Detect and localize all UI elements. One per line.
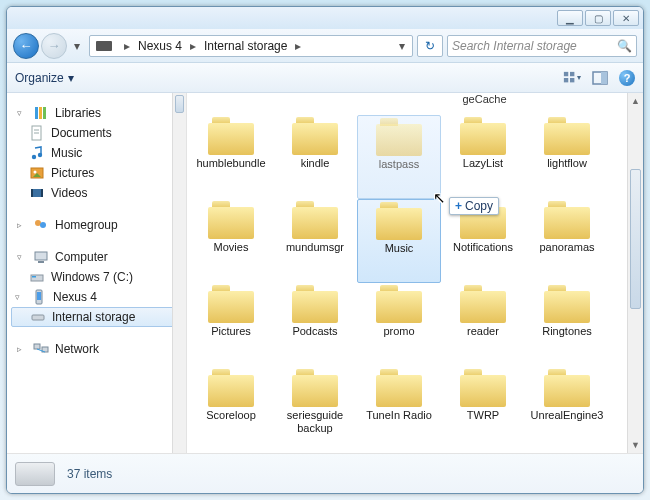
folder-item[interactable]: UnrealEngine3 bbox=[525, 367, 609, 451]
scrollbar-thumb[interactable] bbox=[175, 95, 184, 113]
chevron-right-icon: ▸ bbox=[120, 39, 134, 53]
sidebar-item-drive-c[interactable]: Windows 7 (C:) bbox=[7, 267, 186, 287]
folder-label: lightflow bbox=[547, 157, 587, 170]
folder-icon bbox=[208, 117, 254, 155]
titlebar: ▁ ▢ ✕ bbox=[7, 7, 643, 29]
folder-grid[interactable]: humblebundlekindlelastpassLazyListlightf… bbox=[187, 111, 627, 453]
sidebar-item-nexus4[interactable]: ▿ Nexus 4 bbox=[7, 287, 186, 307]
view-options-button[interactable]: ▾ bbox=[563, 69, 581, 87]
preview-pane-button[interactable] bbox=[591, 69, 609, 87]
svg-point-12 bbox=[32, 155, 36, 159]
folder-label: Pictures bbox=[211, 325, 251, 338]
folder-item[interactable]: lightflow bbox=[525, 115, 609, 199]
svg-rect-1 bbox=[570, 71, 574, 75]
svg-rect-24 bbox=[32, 276, 36, 278]
network-icon bbox=[33, 341, 49, 357]
sidebar-item-internal-storage[interactable]: Internal storage bbox=[11, 307, 182, 327]
chevron-down-icon: ▿ bbox=[17, 252, 27, 262]
history-dropdown[interactable]: ▾ bbox=[69, 39, 85, 53]
organize-menu[interactable]: Organize ▾ bbox=[15, 71, 74, 85]
sidebar-item-music[interactable]: Music bbox=[7, 143, 186, 163]
folder-item[interactable]: Music bbox=[357, 199, 441, 283]
document-icon bbox=[29, 125, 45, 141]
folder-item[interactable]: humblebundle bbox=[189, 115, 273, 199]
breadcrumb-dropdown[interactable]: ▾ bbox=[394, 39, 410, 53]
folder-icon bbox=[376, 118, 422, 156]
back-button[interactable]: ← bbox=[13, 33, 39, 59]
folder-item[interactable]: Ringtones bbox=[525, 283, 609, 367]
folder-label: LazyList bbox=[463, 157, 503, 170]
scroll-down-button[interactable]: ▼ bbox=[628, 437, 643, 453]
svg-rect-22 bbox=[38, 261, 44, 263]
svg-rect-28 bbox=[34, 344, 40, 349]
folder-label: mundumsgr bbox=[286, 241, 344, 254]
sidebar-item-documents[interactable]: Documents bbox=[7, 123, 186, 143]
organize-label: Organize bbox=[15, 71, 64, 85]
folder-item[interactable]: TuneIn Radio bbox=[357, 367, 441, 451]
navigation-bar: ← → ▾ ▸ Nexus 4 ▸ Internal storage ▸ ▾ ↻… bbox=[7, 29, 643, 63]
drag-tooltip: + Copy bbox=[449, 197, 499, 215]
folder-item[interactable]: Podcasts bbox=[273, 283, 357, 367]
close-button[interactable]: ✕ bbox=[613, 10, 639, 26]
svg-rect-2 bbox=[564, 78, 568, 82]
status-text: 37 items bbox=[67, 467, 112, 481]
folder-icon bbox=[292, 285, 338, 323]
folder-icon bbox=[460, 369, 506, 407]
folder-item[interactable]: lastpass bbox=[357, 115, 441, 199]
folder-label: reader bbox=[467, 325, 499, 338]
chevron-down-icon: ▿ bbox=[15, 292, 25, 302]
folder-item[interactable]: kindle bbox=[273, 115, 357, 199]
forward-button[interactable]: → bbox=[41, 33, 67, 59]
folder-icon bbox=[376, 285, 422, 323]
scroll-up-button[interactable]: ▲ bbox=[628, 93, 643, 109]
folder-item[interactable]: Pictures bbox=[189, 283, 273, 367]
folder-item[interactable]: Scoreloop bbox=[189, 367, 273, 451]
folder-label: Notifications bbox=[453, 241, 513, 254]
folder-icon bbox=[208, 201, 254, 239]
folder-icon bbox=[292, 369, 338, 407]
svg-rect-17 bbox=[31, 189, 33, 197]
folder-icon bbox=[292, 201, 338, 239]
maximize-button[interactable]: ▢ bbox=[585, 10, 611, 26]
sidebar-item-pictures[interactable]: Pictures bbox=[7, 163, 186, 183]
sidebar-item-network[interactable]: ▹ Network bbox=[7, 339, 186, 359]
sidebar-item-label: Nexus 4 bbox=[53, 290, 97, 304]
sidebar-item-libraries[interactable]: ▿ Libraries bbox=[7, 103, 186, 123]
plus-icon: + bbox=[455, 199, 462, 213]
refresh-button[interactable]: ↻ bbox=[417, 35, 443, 57]
sidebar-item-label: Music bbox=[51, 146, 82, 160]
sidebar-scrollbar[interactable] bbox=[172, 93, 186, 453]
folder-item[interactable]: panoramas bbox=[525, 199, 609, 283]
toolbar: Organize ▾ ▾ ? bbox=[7, 63, 643, 93]
drive-icon bbox=[29, 269, 45, 285]
pictures-icon bbox=[29, 165, 45, 181]
sidebar-item-homegroup[interactable]: ▹ Homegroup bbox=[7, 215, 186, 235]
scrollbar-thumb[interactable] bbox=[630, 169, 641, 309]
breadcrumb[interactable]: ▸ Nexus 4 ▸ Internal storage ▸ ▾ bbox=[89, 35, 413, 57]
folder-item[interactable]: TWRP bbox=[441, 367, 525, 451]
folder-item[interactable]: promo bbox=[357, 283, 441, 367]
folder-item[interactable]: Movies bbox=[189, 199, 273, 283]
sidebar-item-computer[interactable]: ▿ Computer bbox=[7, 247, 186, 267]
svg-rect-18 bbox=[41, 189, 43, 197]
folder-item[interactable]: seriesguide backup bbox=[273, 367, 357, 451]
folder-label: kindle bbox=[301, 157, 330, 170]
svg-rect-0 bbox=[564, 71, 568, 75]
folder-label: geCache bbox=[462, 93, 506, 113]
help-button[interactable]: ? bbox=[619, 70, 635, 86]
breadcrumb-segment[interactable]: Internal storage bbox=[200, 36, 291, 56]
sidebar-item-label: Internal storage bbox=[52, 310, 135, 324]
folder-item[interactable]: reader bbox=[441, 283, 525, 367]
sidebar-item-label: Documents bbox=[51, 126, 112, 140]
sidebar-item-videos[interactable]: Videos bbox=[7, 183, 186, 203]
scrollbar-track[interactable] bbox=[628, 109, 643, 437]
folder-item[interactable]: mundumsgr bbox=[273, 199, 357, 283]
folder-item[interactable]: LazyList bbox=[441, 115, 525, 199]
breadcrumb-segment[interactable]: Nexus 4 bbox=[134, 36, 186, 56]
search-input[interactable]: Search Internal storage 🔍 bbox=[447, 35, 637, 57]
search-placeholder: Search Internal storage bbox=[452, 39, 577, 53]
homegroup-icon bbox=[33, 217, 49, 233]
minimize-button[interactable]: ▁ bbox=[557, 10, 583, 26]
folder-icon bbox=[544, 285, 590, 323]
content-scrollbar[interactable]: ▲ ▼ bbox=[627, 93, 643, 453]
